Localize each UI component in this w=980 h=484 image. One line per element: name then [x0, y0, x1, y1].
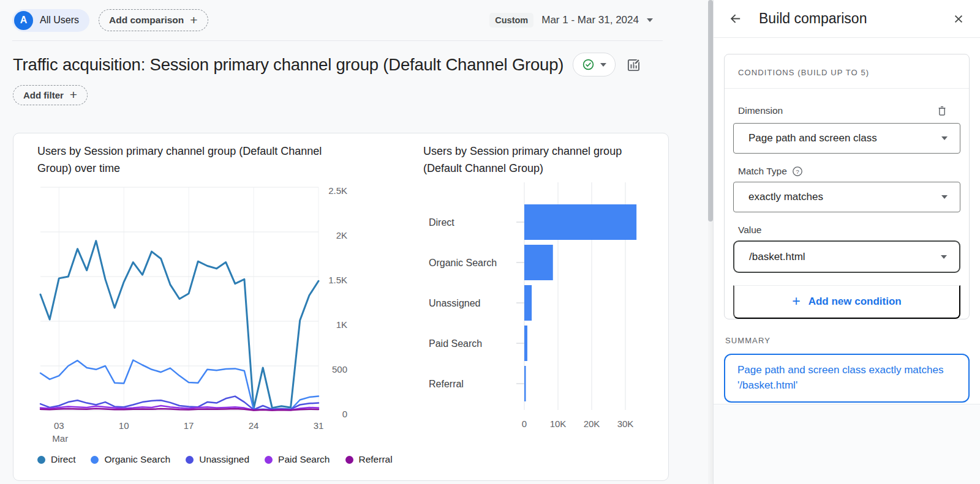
legend-item: Unassigned — [186, 454, 249, 465]
bar-organic-search — [524, 245, 553, 280]
vertical-scrollbar[interactable] — [708, 0, 713, 484]
conditions-header: CONDITIONS (BUILD UP TO 5) — [725, 54, 969, 89]
bar-chart[interactable]: 010K20K30KDirectOrganic SearchUnassigned… — [423, 177, 676, 449]
bar-chart-title: Users by Session primary channel group (… — [423, 143, 625, 177]
panel-divider — [714, 404, 980, 404]
legend-label: Organic Search — [104, 454, 170, 465]
dimension-select[interactable]: Page path and screen class — [733, 123, 960, 154]
legend-dot — [265, 456, 273, 464]
charts-card: Users by Session primary channel group (… — [13, 133, 669, 481]
plus-icon: + — [190, 13, 197, 26]
panel-title: Build comparison — [759, 10, 951, 27]
bar-paid-search — [524, 326, 527, 361]
date-range-type-badge: Custom — [489, 13, 533, 28]
bar-category-label: Referral — [429, 379, 464, 389]
main-content: A All Users Add comparison + Custom Mar … — [0, 0, 708, 484]
legend-dot — [91, 456, 99, 464]
value-value: /basket.html — [749, 251, 805, 263]
bar-category-label: Unassigned — [429, 298, 481, 308]
legend-dot — [37, 456, 45, 464]
add-filter-label: Add filter — [23, 90, 64, 100]
edit-chart-icon — [626, 57, 642, 73]
add-comparison-label: Add comparison — [109, 15, 184, 26]
date-range-label: Mar 1 - Mar 31, 2024 — [541, 14, 639, 26]
add-comparison-button[interactable]: Add comparison + — [99, 9, 208, 31]
value-label-row: Value — [738, 225, 956, 236]
x-axis-tick-label: 10K — [550, 419, 567, 429]
all-users-chip[interactable]: A All Users — [12, 9, 89, 32]
check-circle-icon — [582, 58, 595, 71]
y-axis-tick-label: 2K — [336, 230, 347, 240]
close-button[interactable] — [951, 11, 967, 27]
x-axis-tick-label: 20K — [584, 419, 600, 429]
legend-label: Unassigned — [199, 454, 249, 465]
x-axis-tick-label: 03 — [54, 420, 64, 431]
all-users-avatar: A — [14, 11, 33, 30]
dimension-label-row: Dimension — [738, 103, 956, 118]
report-title-row: Traffic acquisition: Session primary cha… — [13, 53, 643, 76]
caret-down-icon — [647, 18, 653, 22]
help-icon[interactable]: ? — [792, 166, 803, 177]
x-axis-tick-label: 30K — [617, 419, 634, 429]
panel-header: Build comparison — [714, 0, 980, 38]
page-title: Traffic acquisition: Session primary cha… — [13, 55, 564, 75]
y-axis-tick-label: 1K — [336, 319, 347, 330]
conditions-card: CONDITIONS (BUILD UP TO 5) Dimension Pag… — [724, 54, 970, 319]
y-axis-tick-label: 1.5K — [328, 275, 347, 285]
value-select[interactable]: /basket.html — [733, 240, 960, 273]
trash-icon — [936, 105, 948, 117]
report-status-dropdown[interactable] — [573, 53, 616, 76]
y-axis-tick-label: 500 — [332, 364, 347, 374]
bar-unassigned — [524, 285, 532, 321]
back-arrow-icon — [728, 12, 742, 26]
x-axis-tick-sublabel: Mar — [52, 433, 68, 444]
delete-condition-button[interactable] — [935, 103, 949, 118]
customize-report-button[interactable] — [625, 56, 643, 74]
match-type-value: exactly matches — [748, 191, 823, 203]
x-axis-tick-label: 0 — [522, 419, 527, 429]
y-axis-tick-label: 0 — [342, 409, 347, 419]
legend-dot — [186, 456, 194, 464]
caret-down-icon — [941, 195, 948, 199]
back-button[interactable] — [727, 10, 744, 27]
legend-label: Direct — [51, 454, 75, 465]
comparison-bar: A All Users Add comparison + Custom Mar … — [12, 0, 663, 41]
legend-label: Paid Search — [278, 454, 330, 465]
dimension-value: Page path and screen class — [748, 132, 877, 144]
x-axis-tick-label: 31 — [314, 420, 324, 431]
plus-icon: + — [70, 88, 77, 101]
line-chart-title: Users by Session primary channel group (… — [37, 143, 359, 177]
summary-chip: Page path and screen class exactly match… — [724, 354, 970, 403]
caret-down-icon — [941, 255, 947, 259]
summary-label: SUMMARY — [725, 336, 980, 345]
plus-icon: + — [792, 294, 800, 308]
panel-footer — [714, 404, 980, 484]
line-series-direct — [40, 241, 318, 409]
legend-item: Organic Search — [91, 454, 170, 465]
x-axis-tick-label: 24 — [249, 420, 259, 431]
add-filter-button[interactable]: Add filter + — [13, 85, 88, 105]
close-icon — [952, 12, 965, 26]
match-type-select[interactable]: exactly matches — [733, 182, 960, 212]
bar-direct — [524, 204, 636, 240]
svg-text:?: ? — [796, 168, 799, 175]
bar-referral — [524, 366, 526, 401]
caret-down-icon — [941, 136, 948, 140]
dimension-label: Dimension — [738, 105, 783, 116]
all-users-label: All Users — [40, 15, 79, 26]
line-chart[interactable]: 05001K1.5K2K2.5K03Mar10172431 — [37, 181, 368, 450]
conditions-body: Dimension Page path and screen class Mat… — [725, 89, 969, 319]
caret-down-icon — [600, 63, 606, 67]
y-axis-tick-label: 2.5K — [328, 185, 347, 196]
legend-item: Direct — [37, 454, 75, 465]
value-label: Value — [738, 225, 762, 236]
scrollbar-thumb[interactable] — [708, 0, 713, 222]
date-range-selector[interactable]: Custom Mar 1 - Mar 31, 2024 — [489, 13, 653, 28]
legend-dot — [345, 456, 353, 464]
match-type-label: Match Type — [738, 166, 787, 177]
match-type-label-row: Match Type ? — [738, 166, 956, 177]
add-new-condition-label: Add new condition — [809, 296, 902, 308]
bar-category-label: Direct — [429, 217, 454, 228]
legend-label: Referral — [359, 454, 393, 465]
add-new-condition-button[interactable]: + Add new condition — [733, 285, 960, 319]
